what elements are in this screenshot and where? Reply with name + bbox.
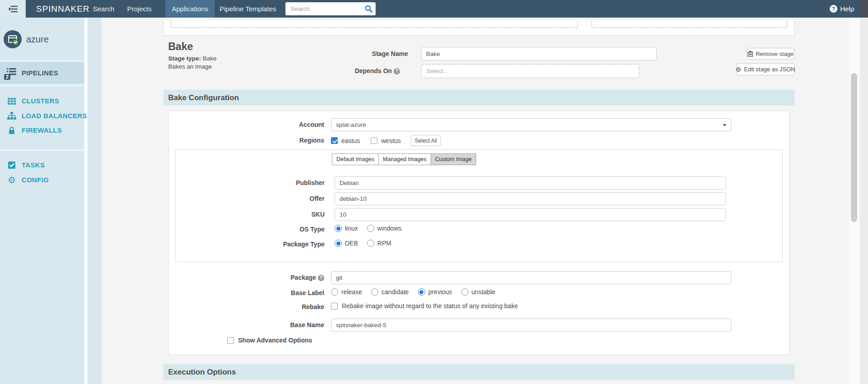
- os-type-radio-linux[interactable]: [335, 225, 342, 232]
- account-selected-value: splat-azure: [336, 121, 366, 128]
- section-header-bake-configuration: Bake Configuration: [163, 90, 795, 106]
- stage-description: Bakes an image: [168, 63, 212, 70]
- os-type-label-windows: windows: [377, 225, 402, 232]
- application-icon: [4, 30, 22, 48]
- pipeline-stage-node[interactable]: [171, 20, 578, 28]
- account-select[interactable]: splat-azure: [331, 118, 731, 131]
- offer-input[interactable]: [335, 192, 726, 205]
- base-name-label: Base Name: [169, 321, 324, 328]
- show-advanced-options-label: Show Advanced Options: [238, 337, 312, 344]
- pipeline-graph: [163, 20, 795, 36]
- region-label-westus: westus: [381, 137, 401, 144]
- publisher-input[interactable]: [335, 176, 726, 190]
- package-type-radio-deb[interactable]: [335, 240, 342, 247]
- sku-input[interactable]: [335, 208, 726, 221]
- trash-icon: [748, 51, 753, 57]
- depends-on-select[interactable]: Select...: [421, 64, 639, 78]
- stage-name-input[interactable]: [421, 47, 657, 60]
- base-label-unstable: unstable: [472, 288, 496, 296]
- remove-stage-button[interactable]: Remove stage: [747, 48, 795, 60]
- region-checkbox-westus[interactable]: [371, 137, 377, 144]
- help-link[interactable]: Help: [830, 0, 854, 18]
- divider: [0, 149, 84, 151]
- nav-item-pipeline-templates[interactable]: Pipeline Templates: [213, 0, 283, 18]
- base-label-radio-candidate[interactable]: [371, 288, 378, 296]
- global-search-input[interactable]: [285, 2, 376, 15]
- sidebar-item-firewalls[interactable]: FIREWALLS: [0, 124, 84, 136]
- sidebar-item-label: CLUSTERS: [22, 97, 59, 105]
- os-type-label-linux: linux: [345, 225, 358, 232]
- sidebar-item-label: CONFIG: [22, 176, 49, 184]
- brand-logo[interactable]: SPINNAKER: [36, 0, 90, 18]
- account-label: Account: [169, 121, 324, 128]
- image-source-tabs: Default Images Managed Images Custom Ima…: [332, 153, 476, 165]
- select-all-button[interactable]: Select All: [411, 135, 441, 146]
- edit-json-label: Edit stage as JSON: [744, 66, 795, 73]
- sidebar-item-tasks[interactable]: TASKS: [0, 159, 84, 171]
- sidebar-item-load-balancers[interactable]: LOAD BALANCERS: [0, 110, 84, 122]
- pipeline-stage-node[interactable]: [592, 20, 787, 28]
- pipelines-count-badge: 2: [4, 74, 10, 80]
- base-name-input[interactable]: [331, 319, 731, 332]
- window-scrollbar[interactable]: [860, 0, 868, 384]
- package-type-label: Package Type: [176, 241, 325, 248]
- application-header[interactable]: azure: [0, 22, 84, 57]
- sitemap-icon: [6, 110, 18, 122]
- tab-managed-images[interactable]: Managed Images: [378, 153, 431, 165]
- package-type-label-deb: DEB: [345, 240, 358, 247]
- sidebar-item-label: LOAD BALANCERS: [22, 112, 87, 120]
- rebake-checkbox[interactable]: [331, 303, 338, 310]
- gear-icon: ⚙: [6, 174, 18, 186]
- custom-image-panel: Default Images Managed Images Custom Ima…: [175, 149, 783, 262]
- grid-icon: [6, 95, 18, 107]
- search-icon: [365, 5, 372, 13]
- depends-on-label: Depends On: [308, 67, 400, 74]
- collapse-sidebar-button[interactable]: [0, 0, 26, 18]
- show-advanced-options-checkbox[interactable]: [227, 337, 234, 344]
- base-label-radio-previous[interactable]: [418, 288, 425, 296]
- sidebar-scrollbar[interactable]: [84, 18, 87, 384]
- stage-title: Bake: [168, 41, 193, 53]
- package-type-label-rpm: RPM: [377, 240, 391, 247]
- os-type-radio-windows[interactable]: [367, 225, 374, 232]
- stage-type-value: Bake: [203, 55, 217, 62]
- region-label-eastus: eastus: [341, 137, 360, 144]
- stage-type: Stage type: Bake: [168, 55, 216, 62]
- sidebar-item-pipelines[interactable]: 2 PIPELINES: [0, 62, 84, 83]
- pipelines-icon: 2: [6, 67, 18, 79]
- region-checkbox-eastus[interactable]: [331, 137, 338, 144]
- global-search-box: [285, 2, 376, 15]
- sku-label: SKU: [176, 211, 325, 218]
- stage-type-label: Stage type:: [168, 55, 201, 62]
- rebake-label: Rebake: [169, 303, 324, 310]
- sidebar-item-label: TASKS: [22, 161, 45, 169]
- lock-icon: [6, 125, 18, 136]
- sidebar-item-clusters[interactable]: CLUSTERS: [0, 95, 84, 107]
- tab-default-images[interactable]: Default Images: [332, 153, 379, 165]
- content-scrollbar-track[interactable]: [850, 18, 859, 384]
- application-name: azure: [26, 34, 49, 45]
- package-input[interactable]: [331, 271, 731, 284]
- base-label-label: Base Label: [169, 289, 324, 296]
- base-label-radio-unstable[interactable]: [461, 288, 468, 296]
- base-label-radio-release[interactable]: [331, 288, 338, 296]
- chevron-down-icon: [723, 124, 726, 126]
- nav-item-applications[interactable]: Applications: [165, 0, 215, 18]
- edit-stage-as-json-button[interactable]: ⚙ Edit stage as JSON: [736, 63, 795, 75]
- navbar: SPINNAKER Search Projects Applications P…: [0, 0, 864, 18]
- nav-item-projects[interactable]: Projects: [121, 0, 158, 18]
- sidebar: azure 2 PIPELINES: [0, 18, 101, 384]
- divider: [0, 85, 84, 86]
- package-type-radio-rpm[interactable]: [367, 240, 374, 247]
- gear-icon: ⚙: [736, 66, 742, 73]
- sidebar-item-config[interactable]: ⚙ CONFIG: [0, 174, 84, 186]
- base-label-candidate: candidate: [381, 288, 409, 296]
- bake-configuration-card: Account splat-azure Regions eastus westu…: [168, 111, 790, 355]
- question-icon: [318, 275, 324, 281]
- tab-custom-image[interactable]: Custom Image: [431, 153, 476, 165]
- depends-on-placeholder: Select...: [426, 68, 448, 74]
- section-title: Bake Configuration: [163, 90, 795, 106]
- nav-item-search[interactable]: Search: [87, 0, 121, 18]
- content-scrollbar-thumb[interactable]: [851, 73, 857, 222]
- check-square-icon: [6, 159, 18, 171]
